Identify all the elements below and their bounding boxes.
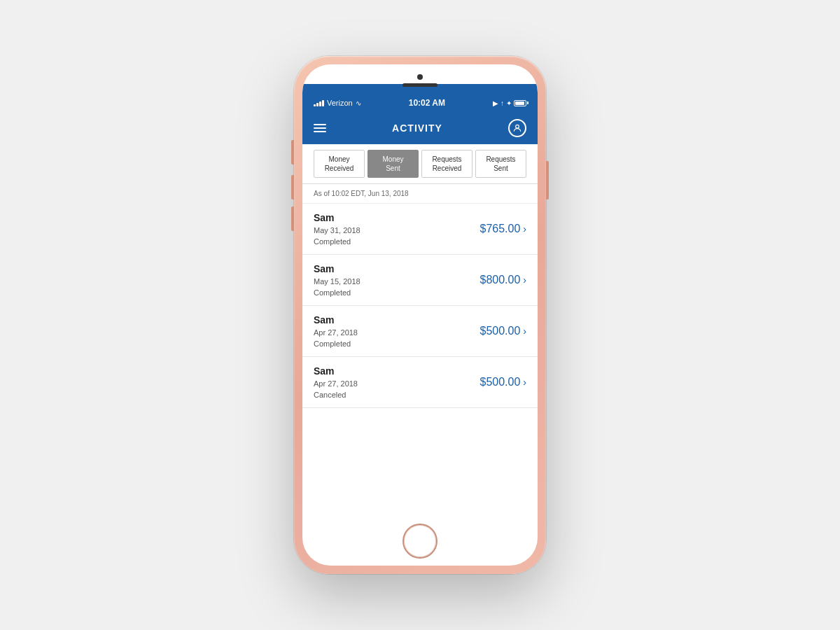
- hamburger-line-1: [314, 124, 326, 125]
- transaction-date-3: Apr 27, 2018: [314, 328, 358, 337]
- chevron-icon-4: ›: [523, 377, 526, 388]
- hamburger-button[interactable]: [314, 124, 326, 132]
- tab-requests-sent[interactable]: RequestsSent: [475, 150, 526, 178]
- signal-bar-4: [322, 100, 324, 106]
- transaction-right-2: $800.00 ›: [479, 274, 526, 286]
- location-icon: ▶: [493, 99, 498, 107]
- home-button-inner: [404, 525, 436, 557]
- transaction-right-3: $500.00 ›: [479, 325, 526, 337]
- home-button[interactable]: [402, 524, 438, 559]
- svg-point-0: [516, 125, 519, 128]
- signal-bar-3: [319, 102, 321, 106]
- hamburger-line-2: [314, 127, 326, 129]
- nav-title: ACTIVITY: [392, 122, 442, 134]
- transaction-left-2: Sam May 15, 2018 Completed: [314, 263, 360, 297]
- tab-requests-received[interactable]: RequestsReceived: [421, 150, 472, 178]
- camera-dot: [417, 74, 423, 80]
- transaction-date-1: May 31, 2018: [314, 226, 360, 234]
- tab-money-received[interactable]: MoneyReceived: [314, 150, 365, 178]
- phone-device: Verizon ∿ 10:02 AM ▶ ↑ ✦: [294, 56, 546, 574]
- status-time: 10:02 AM: [409, 98, 445, 108]
- transaction-date-2: May 15, 2018: [314, 277, 360, 286]
- transaction-amount-2: $800.00: [479, 274, 520, 286]
- battery-icon: [514, 100, 526, 106]
- transaction-item-2[interactable]: Sam May 15, 2018 Completed $800.00 ›: [302, 255, 538, 306]
- tab-money-sent[interactable]: MoneySent: [368, 150, 419, 178]
- timestamp-label: As of 10:02 EDT, Jun 13, 2018: [302, 184, 538, 204]
- transaction-left-4: Sam Apr 27, 2018 Canceled: [314, 365, 358, 399]
- signal-bar-1: [314, 104, 316, 106]
- status-left: Verizon ∿: [314, 99, 361, 107]
- arrow-up-icon: ↑: [500, 99, 504, 107]
- status-right: ▶ ↑ ✦: [493, 99, 526, 107]
- transaction-item[interactable]: Sam May 31, 2018 Completed $765.00 ›: [302, 204, 538, 255]
- transaction-amount-4: $500.00: [479, 376, 520, 388]
- content-area: As of 10:02 EDT, Jun 13, 2018 Sam May 31…: [302, 184, 538, 524]
- bluetooth-icon: ✦: [506, 99, 512, 107]
- transaction-status-1: Completed: [314, 237, 360, 246]
- speaker-bar: [402, 83, 438, 87]
- transaction-left-3: Sam Apr 27, 2018 Completed: [314, 314, 358, 348]
- nav-bar: ACTIVITY: [302, 112, 538, 144]
- transaction-right-1: $765.00 ›: [479, 223, 526, 235]
- signal-bar-2: [316, 103, 318, 106]
- status-bar: Verizon ∿ 10:02 AM ▶ ↑ ✦: [302, 84, 538, 112]
- transaction-status-4: Canceled: [314, 391, 358, 399]
- transaction-right-4: $500.00 ›: [479, 376, 526, 388]
- tab-bar: MoneyReceived MoneySent RequestsReceived…: [302, 144, 538, 184]
- chevron-icon-3: ›: [523, 326, 526, 337]
- battery-fill: [515, 102, 524, 105]
- transaction-name-2: Sam: [314, 263, 360, 274]
- phone-top-bar: [402, 74, 438, 87]
- carrier-label: Verizon: [327, 99, 353, 107]
- phone-screen: Verizon ∿ 10:02 AM ▶ ↑ ✦: [302, 64, 538, 566]
- transaction-name-1: Sam: [314, 212, 360, 223]
- signal-icon: [314, 99, 324, 106]
- transaction-amount-3: $500.00: [479, 325, 520, 337]
- transaction-item-4[interactable]: Sam Apr 27, 2018 Canceled $500.00 ›: [302, 357, 538, 408]
- wifi-icon: ∿: [356, 99, 361, 107]
- transaction-status-3: Completed: [314, 340, 358, 348]
- transaction-name-4: Sam: [314, 365, 358, 377]
- transaction-status-2: Completed: [314, 288, 360, 297]
- transaction-name-3: Sam: [314, 314, 358, 326]
- transaction-left-1: Sam May 31, 2018 Completed: [314, 212, 360, 246]
- transaction-date-4: Apr 27, 2018: [314, 379, 358, 388]
- profile-button[interactable]: [508, 119, 526, 137]
- chevron-icon-2: ›: [523, 274, 526, 286]
- transaction-item-3[interactable]: Sam Apr 27, 2018 Completed $500.00 ›: [302, 306, 538, 357]
- chevron-icon-1: ›: [523, 223, 526, 234]
- transaction-amount-1: $765.00: [479, 223, 520, 235]
- hamburger-line-3: [314, 131, 326, 132]
